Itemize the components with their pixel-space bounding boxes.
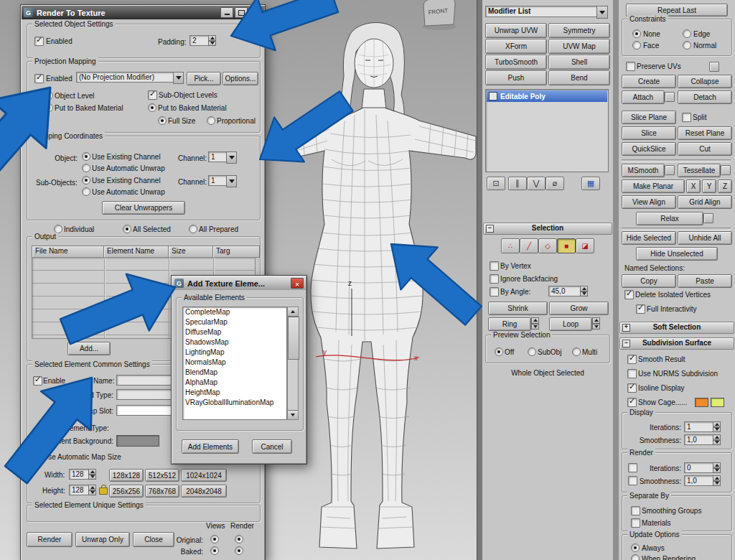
attach-button[interactable]: Attach	[622, 90, 665, 104]
proportional-radio[interactable]	[207, 116, 215, 125]
close-icon[interactable]	[291, 278, 304, 289]
polygon-mode-icon[interactable]: ■	[557, 238, 576, 253]
list-item[interactable]: SpecularMap	[183, 317, 286, 327]
tessellate-settings-icon[interactable]	[721, 165, 731, 175]
delete-isolated-checkbox[interactable]	[624, 290, 634, 299]
sub-use-existing-radio[interactable]	[82, 176, 90, 185]
size-128-button[interactable]: 128x128	[109, 469, 144, 482]
padding-spinner[interactable]	[208, 35, 216, 46]
border-mode-icon[interactable]: ◇	[538, 238, 557, 253]
expand-icon[interactable]	[622, 324, 630, 332]
projection-modifier-dropdown-arrow[interactable]	[173, 72, 184, 84]
copy-button[interactable]: Copy	[622, 274, 676, 288]
size-256-button[interactable]: 256x256	[109, 485, 144, 498]
put-to-baked-material-radio-2[interactable]	[148, 103, 156, 112]
clear-unwrappers-button[interactable]: Clear Unwrappers	[102, 201, 185, 215]
list-item[interactable]: NormalsMap	[183, 358, 286, 368]
object-use-auto-radio[interactable]	[82, 164, 90, 172]
lock-aspect-icon[interactable]	[99, 487, 108, 495]
use-nurms-checkbox[interactable]	[627, 369, 637, 378]
configure-modifier-sets-icon[interactable]: ▦	[581, 177, 600, 190]
views-baked-radio[interactable]	[210, 546, 219, 555]
column-header-target[interactable]: Targ	[212, 246, 260, 258]
soft-selection-rollout-header[interactable]: Soft Selection	[619, 322, 734, 334]
column-header-size[interactable]: Size	[168, 246, 217, 258]
reset-plane-button[interactable]: Reset Plane	[678, 126, 732, 140]
planar-x-button[interactable]: X	[686, 179, 701, 193]
render-button[interactable]: Render	[27, 532, 72, 547]
element-background-swatch[interactable]	[116, 435, 159, 447]
all-selected-radio[interactable]	[123, 225, 131, 233]
scrollbar[interactable]	[287, 307, 299, 420]
split-checkbox[interactable]	[682, 113, 691, 122]
render-baked-radio[interactable]	[235, 546, 243, 555]
full-size-radio[interactable]	[158, 116, 167, 125]
collapse-icon[interactable]	[622, 340, 630, 347]
put-to-baked-material-radio-1[interactable]	[45, 103, 53, 112]
materials-checkbox[interactable]	[631, 518, 640, 528]
render-iterations-checkbox[interactable]	[628, 463, 637, 472]
column-header-element-name[interactable]: Element Name	[103, 246, 172, 258]
list-item[interactable]: BlendMap	[183, 368, 286, 378]
preserve-uvs-checkbox[interactable]	[626, 62, 635, 71]
update-when-rendering-radio[interactable]	[631, 554, 640, 560]
selection-rollout-header[interactable]: Selection	[483, 223, 612, 235]
view-align-button[interactable]: View Align	[622, 195, 676, 209]
unhide-all-button[interactable]: Unhide All	[678, 231, 732, 245]
display-iterations-value[interactable]: 1	[684, 421, 716, 432]
close-icon[interactable]	[249, 7, 262, 18]
channel-dropdown-1-arrow[interactable]	[226, 151, 237, 164]
make-unique-icon[interactable]: ⋁	[527, 177, 546, 190]
modifier-stack[interactable]: Editable Poly	[485, 89, 609, 172]
width-spinner[interactable]	[88, 469, 96, 480]
cage-color-swatch-yellow[interactable]	[711, 398, 724, 407]
preview-multi-radio[interactable]	[572, 347, 581, 356]
minimize-icon[interactable]	[220, 7, 233, 18]
smooth-result-checkbox[interactable]	[627, 355, 637, 364]
column-header-file-name[interactable]: File Name	[32, 246, 108, 258]
hide-selected-button[interactable]: Hide Selected	[622, 231, 676, 245]
render-iterations-spinner[interactable]	[713, 462, 721, 473]
cut-button[interactable]: Cut	[678, 142, 732, 156]
show-cage-checkbox[interactable]	[627, 398, 637, 407]
isoline-display-checkbox[interactable]	[627, 383, 637, 393]
quickslice-button[interactable]: QuickSlice	[622, 142, 676, 156]
modifier-button-uvw-map[interactable]: UVW Map	[548, 39, 610, 54]
unwrap-only-button[interactable]: Unwrap Only	[75, 532, 130, 547]
cage-color-swatch-orange[interactable]	[695, 398, 708, 407]
popup-titlebar[interactable]: Add Texture Eleme...	[172, 276, 306, 290]
constraint-edge-radio[interactable]	[683, 29, 691, 38]
list-item[interactable]: DiffuseMap	[183, 327, 286, 337]
by-vertex-checkbox[interactable]	[490, 261, 499, 271]
smoothing-groups-checkbox[interactable]	[631, 506, 640, 515]
modifier-list-dropdown-arrow[interactable]	[596, 6, 608, 19]
rtt-titlebar[interactable]: Render To Texture	[22, 6, 264, 19]
sos-enabled-checkbox[interactable]	[34, 37, 44, 46]
add-elements-button[interactable]: Add Elements	[182, 439, 239, 454]
edge-mode-icon[interactable]: ╱	[520, 238, 538, 253]
modifier-button-xform[interactable]: XForm	[485, 39, 547, 54]
vertex-mode-icon[interactable]: ∴	[501, 238, 520, 253]
planar-y-button[interactable]: Y	[702, 179, 716, 193]
element-enable-checkbox[interactable]	[33, 376, 42, 386]
display-smoothness-spinner[interactable]	[713, 434, 721, 445]
detach-button[interactable]: Detach	[678, 90, 732, 104]
modifier-button-symmetry[interactable]: Symmetry	[548, 23, 610, 38]
remove-modifier-icon[interactable]: ⌀	[546, 177, 564, 190]
cancel-button[interactable]: Cancel	[252, 439, 292, 454]
size-512-button[interactable]: 512x512	[145, 469, 179, 482]
list-item[interactable]: VRayGlobalIlluminationMap	[183, 398, 286, 408]
stack-item-editable-poly[interactable]: Editable Poly	[487, 90, 607, 102]
scroll-down-icon[interactable]	[288, 410, 298, 419]
collapse-button[interactable]: Collapse	[678, 75, 732, 88]
render-iterations-value[interactable]: 0	[684, 462, 716, 473]
maximize-icon[interactable]	[235, 7, 248, 18]
available-elements-list[interactable]: CompleteMap SpecularMap DiffuseMap Shado…	[182, 307, 287, 420]
grid-align-button[interactable]: Grid Align	[678, 195, 732, 209]
list-item[interactable]: AlphaMap	[183, 378, 286, 388]
auto-map-size-checkbox[interactable]	[33, 452, 42, 462]
panel-divider-2[interactable]	[613, 0, 619, 560]
channel-dropdown-2-arrow[interactable]	[226, 175, 237, 187]
modifier-button-shell[interactable]: Shell	[548, 55, 610, 70]
pin-stack-icon[interactable]: ⊡	[487, 177, 505, 190]
